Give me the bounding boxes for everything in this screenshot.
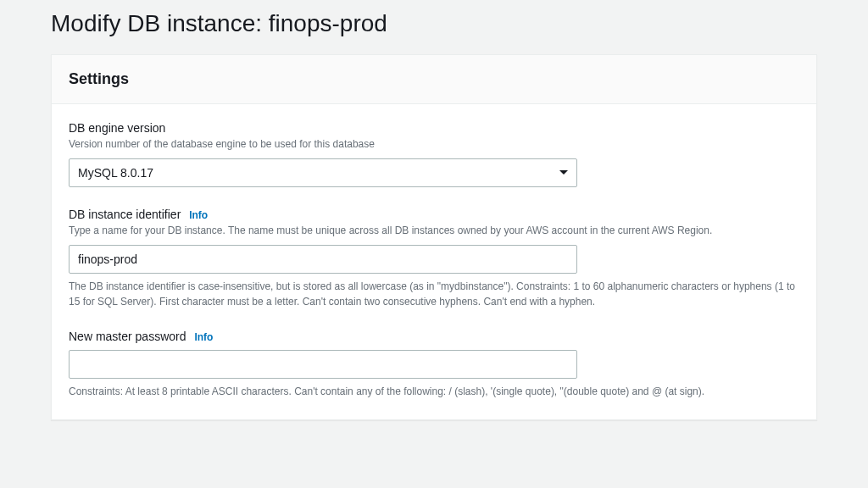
db-engine-version-label: DB engine version: [69, 121, 165, 135]
new-master-password-input[interactable]: [69, 350, 577, 379]
db-instance-identifier-info-link[interactable]: Info: [189, 209, 208, 221]
new-master-password-help: Constraints: At least 8 printable ASCII …: [69, 384, 799, 399]
db-engine-version-select[interactable]: MySQL 8.0.17: [69, 158, 577, 187]
db-instance-identifier-input[interactable]: [69, 245, 577, 274]
new-master-password-info-link[interactable]: Info: [194, 331, 213, 343]
db-instance-identifier-label: DB instance identifier: [69, 208, 181, 221]
db-engine-version-description: Version number of the database engine to…: [69, 136, 799, 152]
new-master-password-label: New master password: [69, 330, 186, 343]
db-instance-identifier-field: DB instance identifier Info Type a name …: [69, 208, 799, 309]
db-instance-identifier-description: Type a name for your DB instance. The na…: [69, 223, 799, 238]
new-master-password-field: New master password Info Constraints: At…: [69, 330, 799, 399]
page-title: Modify DB instance: finops-prod: [51, 10, 817, 37]
db-engine-version-selected-value: MySQL 8.0.17: [78, 166, 153, 180]
settings-panel: Settings DB engine version Version numbe…: [51, 54, 817, 420]
settings-panel-body: DB engine version Version number of the …: [52, 104, 816, 419]
settings-panel-header: Settings: [52, 55, 816, 104]
settings-heading: Settings: [69, 70, 799, 88]
db-instance-identifier-help: The DB instance identifier is case-insen…: [69, 279, 799, 309]
db-engine-version-field: DB engine version Version number of the …: [69, 121, 799, 187]
